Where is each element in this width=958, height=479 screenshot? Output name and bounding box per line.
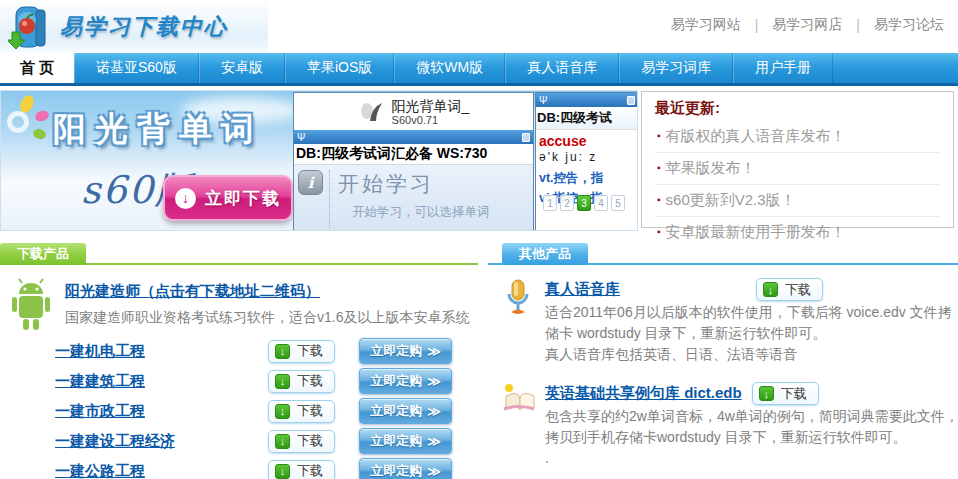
product-row: 一建建设工程经济 ↓ 下载 立即定购 ≫	[55, 426, 478, 456]
page-dot-5[interactable]: 5	[611, 195, 625, 211]
download-button[interactable]: ↓ 下载	[268, 400, 335, 423]
battery-icon	[627, 96, 635, 105]
download-button[interactable]: ↓ 下载	[268, 340, 335, 363]
other-product-description: .	[545, 448, 958, 469]
double-arrow-icon: ≫	[427, 404, 441, 419]
header-link-forum[interactable]: 易学习论坛	[874, 16, 944, 34]
header-link-website[interactable]: 易学习网站	[671, 16, 741, 34]
screenshot-menu-hint: 开始学习，可以选择单词	[352, 204, 529, 221]
update-item[interactable]: 安卓版最新使用手册发布！	[655, 217, 940, 248]
download-button[interactable]: ↓ 下载	[268, 430, 335, 453]
update-item[interactable]: 有版权的真人语音库发布！	[655, 121, 940, 153]
download-arrow-icon: ↓	[275, 404, 290, 419]
tab-download-products: 下载产品	[0, 243, 86, 265]
update-item[interactable]: 苹果版发布！	[655, 153, 940, 185]
slideshow-pagination: 1 2 3 4 5	[543, 195, 625, 211]
recent-updates-title: 最近更新:	[655, 97, 940, 121]
download-arrow-icon: ↓	[275, 344, 290, 359]
page-header: 易学习下载中心 易学习网站 | 易学习网店 | 易学习论坛	[0, 0, 958, 53]
header-links: 易学习网站 | 易学习网店 | 易学习论坛	[671, 16, 944, 34]
update-item[interactable]: s60更新到V2.3版！	[655, 185, 940, 217]
app-screenshot-1: 阳光背单词_ S60v0.71 Ψ DB:四级考试词汇必备 WS:730 i 开…	[293, 92, 534, 231]
nav-item-dictionary[interactable]: 易学习词库	[619, 53, 733, 83]
page-dot-1[interactable]: 1	[543, 195, 557, 211]
download-arrow-icon: ↓	[275, 464, 290, 479]
product-row: 一建公路工程 ↓ 下载 立即定购 ≫	[55, 456, 478, 479]
download-products-column: 下载产品 阳光建造师（点击有下载地址二维码） 国家建造师职业资格考试练习软件，适…	[0, 243, 478, 479]
download-button[interactable]: ↓ 下载	[752, 382, 819, 405]
order-now-button[interactable]: 立即定购 ≫	[359, 458, 452, 479]
nav-item-ios[interactable]: 苹果iOS版	[285, 53, 394, 83]
download-arrow-icon: ↓	[175, 188, 196, 209]
download-button[interactable]: ↓ 下载	[756, 278, 823, 301]
product-link[interactable]: 一建市政工程	[55, 402, 268, 421]
screenshot-word: accuse	[536, 130, 638, 149]
download-arrow-icon: ↓	[763, 282, 778, 297]
product-link[interactable]: 一建建筑工程	[55, 372, 268, 391]
app-version: S60v0.71	[392, 114, 470, 126]
page-dot-3-active[interactable]: 3	[577, 195, 591, 211]
product-link[interactable]: 一建公路工程	[55, 462, 268, 479]
order-now-button[interactable]: 立即定购 ≫	[359, 368, 452, 394]
double-arrow-icon: ≫	[427, 344, 441, 359]
microphone-icon	[502, 278, 534, 316]
antenna-icon: Ψ	[539, 95, 547, 106]
app-logo-icon	[358, 99, 384, 125]
other-product-item: 真人语音库 ↓ 下载 适合2011年06月以后版本的软件使用，下载后将 voic…	[502, 277, 958, 365]
logo-text: 易学习下载中心	[60, 12, 228, 42]
link-separator: |	[856, 17, 860, 33]
download-arrow-icon: ↓	[275, 434, 290, 449]
promo-banner: 阳光背单词 s60版 ↓ 立即下载 阳光背单词_ S60v0.71 Ψ	[0, 90, 638, 231]
download-button[interactable]: ↓ 下载	[268, 460, 335, 479]
nav-item-manual[interactable]: 用户手册	[733, 53, 833, 83]
other-product-link[interactable]: 英语基础共享例句库 dict.edb	[545, 384, 742, 403]
product-row: 一建市政工程 ↓ 下载 立即定购 ≫	[55, 396, 478, 426]
double-arrow-icon: ≫	[427, 374, 441, 389]
link-separator: |	[755, 17, 759, 33]
nav-item-home[interactable]: 首 页	[0, 53, 74, 83]
info-icon: i	[298, 170, 323, 195]
logo-bag-icon	[8, 4, 52, 50]
double-arrow-icon: ≫	[427, 464, 441, 479]
other-product-link[interactable]: 真人语音库	[545, 280, 620, 299]
other-product-description: 适合2011年06月以后版本的软件使用，下载后将 voice.edv 文件拷	[545, 302, 958, 323]
app-title: 阳光背单词_	[392, 98, 470, 114]
order-now-button[interactable]: 立即定购 ≫	[359, 338, 452, 364]
header-link-shop[interactable]: 易学习网店	[772, 16, 842, 34]
screenshot-phonetic: ə'k ju: z	[536, 149, 638, 168]
screenshot-db-line: DB:四级考试词汇必备 WS:730	[294, 144, 533, 165]
nav-item-wm[interactable]: 微软WM版	[394, 53, 505, 83]
banner-download-button[interactable]: ↓ 立即下载	[163, 175, 293, 221]
page-dot-4[interactable]: 4	[594, 195, 608, 211]
book-icon	[502, 382, 536, 414]
screenshot-menu-item: 开始学习	[338, 170, 529, 198]
order-now-button[interactable]: 立即定购 ≫	[359, 398, 452, 424]
product-title-link[interactable]: 阳光建造师（点击有下载地址二维码）	[65, 282, 320, 301]
logo[interactable]: 易学习下载中心	[0, 2, 268, 52]
product-row: 一建机电工程 ↓ 下载 立即定购 ≫	[55, 336, 478, 366]
order-now-button[interactable]: 立即定购 ≫	[359, 428, 452, 454]
other-product-item: 英语基础共享例句库 dict.edb ↓ 下载 包含共享的约2w单词音标，4w单…	[502, 381, 958, 469]
products-area: 下载产品 阳光建造师（点击有下载地址二维码） 国家建造师职业资格考试练习软件，适…	[0, 243, 958, 479]
download-arrow-icon: ↓	[275, 374, 290, 389]
main-nav: 首 页 诺基亚S60版 安卓版 苹果iOS版 微软WM版 真人语音库 易学习词库…	[0, 53, 958, 86]
product-link[interactable]: 一建建设工程经济	[55, 432, 268, 451]
other-product-description: 储卡 wordstudy 目录下，重新运行软件即可。	[545, 323, 958, 344]
nav-item-nokia-s60[interactable]: 诺基亚S60版	[74, 53, 199, 83]
download-button[interactable]: ↓ 下载	[268, 370, 335, 393]
other-products-column: 其他产品 真人语音库 ↓ 下载	[488, 243, 958, 479]
android-icon	[6, 278, 56, 332]
screenshot-db-line: DB:四级考试	[536, 107, 638, 130]
product-row: 一建建筑工程 ↓ 下载 立即定购 ≫	[55, 366, 478, 396]
nav-item-voice-library[interactable]: 真人语音库	[505, 53, 619, 83]
top-band: 阳光背单词 s60版 ↓ 立即下载 阳光背单词_ S60v0.71 Ψ	[0, 90, 958, 233]
page-dot-2[interactable]: 2	[560, 195, 574, 211]
recent-updates-panel: 最近更新: 有版权的真人语音库发布！ 苹果版发布！ s60更新到V2.3版！ 安…	[641, 91, 954, 228]
other-product-description: 包含共享的约2w单词音标，4w单词的例句，简明词典需要此文件，下	[545, 406, 958, 427]
screenshot-meaning: vt.控告，指	[536, 168, 638, 188]
flower-decoration	[5, 95, 57, 147]
product-link[interactable]: 一建机电工程	[55, 342, 268, 361]
nav-item-android[interactable]: 安卓版	[199, 53, 285, 83]
antenna-icon: Ψ	[297, 132, 305, 143]
battery-icon	[522, 133, 530, 142]
